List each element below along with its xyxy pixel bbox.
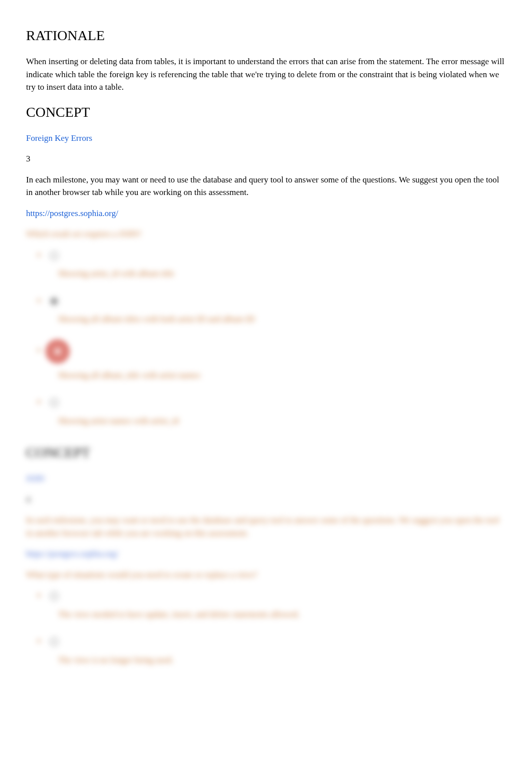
list-item: The view needed to have update, insert, …: [46, 589, 506, 621]
list-item: The view is no longer being used.: [46, 635, 506, 666]
locked-content: Which result set requires a JOIN? Showin…: [26, 228, 506, 666]
list-item: Showing all album titles with both artis…: [46, 294, 506, 326]
incorrect-marker-icon: [46, 340, 69, 363]
list-item: Showing artist_id with album title: [46, 249, 506, 280]
question-number: 3: [26, 152, 506, 165]
concept-heading-2: CONCEPT: [26, 442, 506, 463]
option-label: The view is no longer being used.: [58, 654, 506, 667]
list-item: Showing artist names with artist_id: [46, 396, 506, 427]
option-label: Showing artist names with artist_id: [58, 415, 506, 428]
radio-unchecked-icon[interactable]: [50, 638, 58, 646]
milestone-intro: In each milestone, you may want or need …: [26, 173, 506, 199]
concept-heading: CONCEPT: [26, 102, 506, 123]
list-item: Showing all album_title with artist name…: [46, 340, 506, 382]
milestone-intro-2: In each milestone, you may want or need …: [26, 514, 506, 539]
answer-options-list: Showing artist_id with album title Showi…: [26, 249, 506, 428]
rationale-body: When inserting or deleting data from tab…: [26, 55, 506, 94]
rationale-heading: RATIONALE: [26, 25, 506, 46]
question-text-2: What type of situations would you need t…: [26, 568, 506, 581]
question-number-2: 4: [26, 493, 506, 506]
concept-link-2[interactable]: JOIN: [26, 474, 45, 483]
postgres-link[interactable]: https://postgres.sophia.org/: [26, 209, 118, 218]
answer-options-list-2: The view needed to have update, insert, …: [26, 589, 506, 666]
option-label: Showing all album_title with artist name…: [58, 369, 506, 382]
postgres-link-2[interactable]: https://postgres.sophia.org/: [26, 549, 118, 558]
option-label: The view needed to have update, insert, …: [58, 608, 506, 621]
radio-unchecked-icon[interactable]: [50, 252, 58, 260]
option-label: Showing artist_id with album title: [58, 267, 506, 280]
concept-link[interactable]: Foreign Key Errors: [26, 133, 92, 143]
radio-unchecked-icon[interactable]: [50, 399, 58, 407]
radio-unchecked-icon[interactable]: [50, 592, 58, 600]
option-label: Showing all album titles with both artis…: [58, 313, 506, 326]
question-text: Which result set requires a JOIN?: [26, 228, 506, 241]
radio-checked-icon[interactable]: [50, 297, 58, 305]
